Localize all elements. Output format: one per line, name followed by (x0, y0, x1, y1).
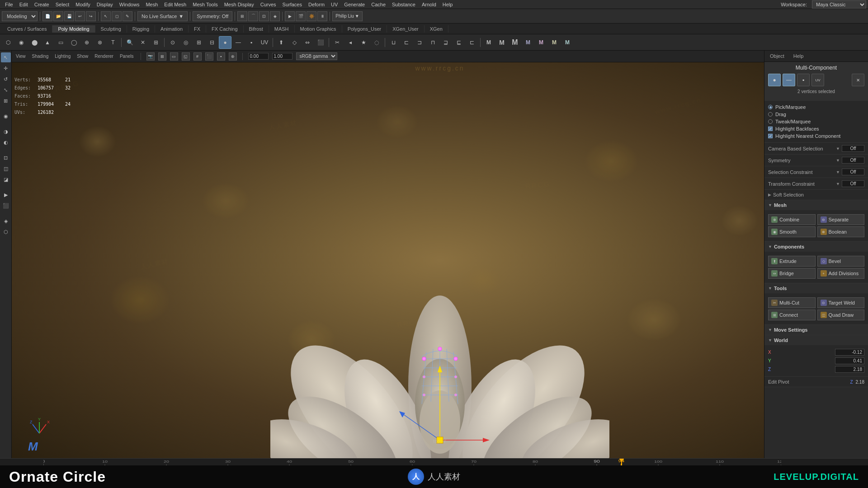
transform-constraint-value[interactable]: Off (842, 180, 864, 187)
drag-radio[interactable] (768, 112, 773, 117)
circularize-icon-tool[interactable]: ◌ (370, 36, 383, 49)
tweak-marquee-radio[interactable] (768, 119, 773, 124)
resolution-gate-btn[interactable]: ▪ (217, 52, 225, 61)
cube-icon-tool[interactable]: ⬡ (2, 36, 14, 49)
plane-icon-tool[interactable]: ▭ (54, 36, 67, 49)
tab-motion-graphics[interactable]: Motion Graphics (295, 25, 342, 33)
menu-windows[interactable]: Windows (116, 2, 143, 7)
highlight-nearest-checkbox[interactable]: ✓ (768, 134, 773, 138)
menu-arnold[interactable]: Arnold (419, 2, 439, 7)
pause-ipr-btn[interactable]: ⏸ (317, 11, 327, 21)
snap-live-btn[interactable]: ◪ (1, 174, 11, 184)
highlight-backfaces-option[interactable]: ✓ Highlight Backfaces (768, 125, 864, 132)
render-seq-btn[interactable]: ▶ (285, 11, 295, 21)
snap-point-btn[interactable]: ⊡ (259, 11, 269, 21)
loop-icon-tool[interactable]: ⊙ (166, 36, 179, 49)
text-icon-tool[interactable]: T (107, 36, 119, 49)
soft-selection-row[interactable]: ▶ Soft Selection (768, 191, 864, 198)
menu-display[interactable]: Display (94, 2, 116, 7)
mode-dropdown[interactable]: Modeling (2, 11, 38, 21)
m3-icon-tool[interactable]: M (509, 36, 521, 49)
pipe-icon-tool[interactable]: ⊕ (80, 36, 93, 49)
smooth-icon-tool[interactable]: ⬛ (314, 36, 327, 49)
multi-cut-btn[interactable]: ✂ Multi-Cut (768, 297, 816, 308)
world-z-input[interactable] (835, 366, 864, 373)
m1-icon-tool[interactable]: M (482, 36, 495, 49)
highlight-nearest-option[interactable]: ✓ Highlight Nearest Component (768, 132, 864, 140)
ipr-btn[interactable]: 🔆 (307, 11, 316, 21)
m6-icon-tool[interactable]: M (548, 36, 561, 49)
separate-btn[interactable]: ⊖ Separate (817, 214, 865, 225)
field-chart-btn[interactable]: ⊛ (229, 52, 237, 61)
cylinder-icon-tool[interactable]: ⬤ (28, 36, 41, 49)
lasso-btn[interactable]: ◻ (112, 11, 122, 21)
smooth-btn[interactable]: ◉ Smooth (768, 226, 816, 237)
symmetry-btn[interactable]: Symmetry: Off (193, 11, 232, 21)
tab-curves-surfaces[interactable]: Curves / Surfaces (2, 25, 52, 33)
tab-sculpting[interactable]: Sculpting (95, 25, 127, 33)
camera-side-btn[interactable]: ◱ (182, 52, 190, 61)
live-surface-btn[interactable]: No Live Surface ▼ (137, 11, 188, 21)
tools-section-header[interactable]: ▼ Tools (764, 283, 868, 293)
vp-lighting-menu[interactable]: Lighting (53, 53, 72, 59)
menu-generate[interactable]: Generate (341, 2, 368, 7)
spherical-icon-tool[interactable]: ⊒ (439, 36, 452, 49)
connect-btn[interactable]: ⊞ Connect (768, 310, 816, 320)
isolate-btn[interactable]: ◐ (1, 137, 11, 147)
sphere-icon-tool[interactable]: ◉ (15, 36, 28, 49)
menu-surfaces[interactable]: Surfaces (279, 2, 305, 7)
menu-mesh[interactable]: Mesh (142, 2, 161, 7)
menu-select[interactable]: Select (52, 2, 73, 7)
ring-icon-tool[interactable]: ◎ (179, 36, 192, 49)
tab-rigging[interactable]: Rigging (127, 25, 155, 33)
boolean-btn[interactable]: ⊗ Boolean (817, 226, 865, 237)
selection-constraint-value[interactable]: Off (842, 169, 864, 175)
paint-select-btn[interactable]: ✎ (123, 11, 132, 21)
vert-icon-tool[interactable]: ● (219, 36, 231, 49)
help-header-btn[interactable]: Help (790, 52, 807, 60)
merge-icon-tool[interactable]: ⊞ (150, 36, 162, 49)
select-tool-btn[interactable]: ↖ (101, 11, 111, 21)
cut-icon-tool[interactable]: ✂ (331, 36, 344, 49)
helix-icon-tool[interactable]: ⊗ (94, 36, 106, 49)
vp-view-menu[interactable]: View (14, 53, 27, 59)
show-hide-btn[interactable]: ◑ (1, 127, 11, 136)
cone-icon-tool[interactable]: ▲ (41, 36, 54, 49)
edge-mode-btn[interactable]: — (783, 74, 795, 86)
snap-grid-btn[interactable]: ⊞ (237, 11, 247, 21)
m7-icon-tool[interactable]: M (561, 36, 574, 49)
edge-icon-tool[interactable]: — (232, 36, 245, 49)
uv-mode-btn[interactable]: UV (811, 74, 824, 86)
disk-icon-tool[interactable]: ◯ (67, 36, 80, 49)
menu-curves[interactable]: Curves (257, 2, 279, 7)
highlight-backfaces-checkbox[interactable]: ✓ (768, 127, 773, 131)
quad-draw-btn[interactable]: ◫ Quad Draw (817, 310, 865, 320)
m4-icon-tool[interactable]: M (522, 36, 534, 49)
new-scene-btn[interactable]: 📄 (42, 11, 52, 21)
camera-top-btn[interactable]: ⊞ (158, 52, 166, 61)
target-weld-btn[interactable]: ⊙ Target Weld (817, 297, 865, 308)
components-section-header[interactable]: ▼ Components (764, 242, 868, 252)
cylindrical-icon-tool[interactable]: ⊓ (426, 36, 439, 49)
vertex-mode-btn[interactable]: ● (768, 74, 781, 86)
mesh-section-header[interactable]: ▼ Mesh (764, 200, 868, 210)
scale-tool-btn[interactable]: ⤡ (1, 85, 11, 95)
menu-modify[interactable]: Modify (72, 2, 93, 7)
wireframe-btn[interactable]: ⬡ (1, 227, 11, 237)
tweak-marquee-option[interactable]: Tweak/Marquee (768, 118, 864, 125)
menu-mesh-tools[interactable]: Mesh Tools (189, 2, 221, 7)
extrude-btn[interactable]: ⬆ Extrude (768, 256, 816, 267)
zoom-icon-tool[interactable]: 🔍 (123, 36, 136, 49)
edit-pivot-row[interactable]: Edit Pivot Z 2.18 (768, 378, 864, 385)
m5-icon-tool[interactable]: M (535, 36, 547, 49)
menu-deform[interactable]: Deform (305, 2, 328, 7)
menu-help[interactable]: Help (439, 2, 456, 7)
tab-fx-caching[interactable]: FX Caching (206, 25, 243, 33)
pick-marquee-radio[interactable] (768, 105, 773, 109)
tab-polygons-user[interactable]: Polygons_User (342, 25, 387, 33)
tab-mash[interactable]: MASH (269, 25, 295, 33)
poke-icon-tool[interactable]: ★ (357, 36, 370, 49)
select-mode-btn[interactable]: ↖ (1, 52, 11, 62)
exposure-input[interactable] (248, 53, 269, 60)
vp-renderer-menu[interactable]: Renderer (93, 53, 115, 59)
